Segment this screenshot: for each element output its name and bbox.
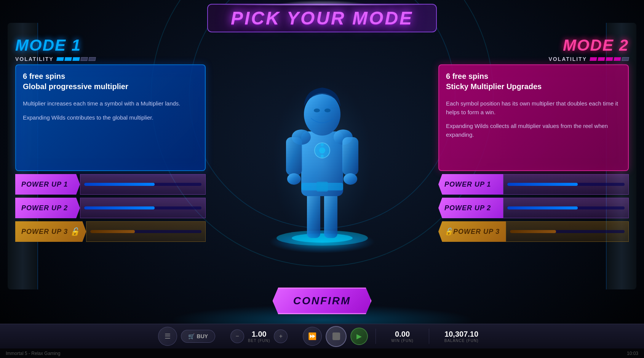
mode-1-power-up-2-btn[interactable]: POWER UP 2 <box>15 198 206 218</box>
mode-1-lock-icon: 🔓 <box>70 227 80 236</box>
mode-1-power-up-3-bar <box>86 221 206 242</box>
mode-2-header: MODE 2 <box>438 36 629 54</box>
vol-bar-m2-3 <box>606 57 613 61</box>
main-content: PICK YOUR MODE MODE 1 VOLATILITY 6 free … <box>0 0 644 333</box>
mode-1-power-up-2-label: POWER UP 2 <box>15 198 80 218</box>
mode-1-power-up-1-btn[interactable]: POWER UP 1 <box>15 174 206 195</box>
balance-section: 10,307.10 BALANCE (FUN) <box>429 324 494 348</box>
toolbar: ☰ 🛒 BUY − 1.00 BET (FUN) + ⏩ ▶ 0.00 <box>0 324 644 348</box>
bet-minus-button[interactable]: − <box>230 329 244 343</box>
mode-2-bar-fill-2 <box>507 206 578 209</box>
mode-1-power-up-2-bar <box>80 198 206 218</box>
mode-1-bar-track-1 <box>84 183 201 186</box>
mode-1-bar-track-2 <box>84 206 201 209</box>
mode-1-bar-fill-1 <box>84 183 155 186</box>
play-button[interactable]: ▶ <box>350 328 368 345</box>
mode-2-power-up-1-bar <box>503 174 629 195</box>
bet-section: − 1.00 BET (FUN) + <box>223 324 295 348</box>
win-display: 0.00 WIN (FUN) <box>384 330 421 343</box>
mode-1-feature-1: 6 free spins <box>23 72 198 81</box>
mode-2-bar-track-2 <box>507 206 625 209</box>
mode-2-bar-fill-3 <box>510 230 556 233</box>
confirm-button-text: CONFIRM <box>293 295 351 307</box>
mode-2-power-up-2-bar <box>503 198 629 218</box>
vol-bar-m2-2 <box>598 57 605 61</box>
mode-1-title: MODE 1 <box>15 36 81 54</box>
stop-button[interactable] <box>326 326 347 347</box>
mode-2-feature-1: 6 free spins <box>446 72 621 81</box>
vol-bar-2 <box>64 57 72 61</box>
mode-1-power-up-3-btn[interactable]: POWER UP 3 🔓 <box>15 221 206 242</box>
mode-2-volatility-row: VOLATILITY <box>438 56 629 62</box>
mode-2-bar-track-1 <box>507 183 625 186</box>
mode-2-feature-2: Sticky Multiplier Upgrades <box>446 82 621 91</box>
balance-value: 10,307.10 <box>444 330 479 339</box>
mode-2-card[interactable]: MODE 2 VOLATILITY 6 free spins Sticky Mu… <box>438 36 629 245</box>
cart-icon: 🛒 <box>188 333 195 339</box>
confirm-button[interactable]: CONFIRM <box>273 288 372 314</box>
mode-1-bar-track-3 <box>90 230 201 233</box>
vol-bar-4 <box>80 57 88 61</box>
vol-bar-5 <box>88 57 96 61</box>
mode-1-volatility-label: VOLATILITY <box>15 56 54 62</box>
mode-1-feature-2: Global progressive multiplier <box>23 82 198 91</box>
mode-1-card[interactable]: MODE 1 VOLATILITY 6 free spins Global pr… <box>15 36 206 245</box>
balance-display: 10,307.10 BALANCE (FUN) <box>437 330 486 343</box>
win-section: 0.00 WIN (FUN) <box>376 324 428 348</box>
cards-area: MODE 1 VOLATILITY 6 free spins Global pr… <box>0 32 644 333</box>
mode-1-power-up-1-label: POWER UP 1 <box>15 174 80 195</box>
mode-1-bar-fill-3 <box>90 230 135 233</box>
balance-label: BALANCE (FUN) <box>444 339 479 343</box>
mode-1-power-up-3-label: POWER UP 3 🔓 <box>15 221 86 242</box>
mode-1-bar-fill-2 <box>84 206 155 209</box>
mode-2-power-up-2-label: POWER UP 2 <box>438 198 503 218</box>
vol-bar-3 <box>72 57 80 61</box>
bet-amount: 1.00 <box>248 330 270 339</box>
vol-bar-m2-1 <box>590 57 597 61</box>
mode-2-lock-icon: 🔓 <box>444 227 453 236</box>
vol-bar-m2-4 <box>614 57 621 61</box>
mode-2-power-up-3-label: 🔓 POWER UP 3 <box>438 221 506 242</box>
stop-icon <box>332 332 340 340</box>
bet-value-display: 1.00 BET (FUN) <box>248 330 270 343</box>
win-value: 0.00 <box>391 330 413 339</box>
page-title: PICK YOUR MODE <box>231 8 413 29</box>
mode-2-power-up-3-btn[interactable]: 🔓 POWER UP 3 <box>438 221 629 242</box>
bet-plus-button[interactable]: + <box>274 329 288 343</box>
mode-2-desc-box: 6 free spins Sticky Multiplier Upgrades … <box>438 64 629 171</box>
mode-2-bar-track-3 <box>510 230 625 233</box>
hero-svg <box>265 48 379 246</box>
mode-2-title: MODE 2 <box>563 36 629 54</box>
play-icon: ▶ <box>356 332 362 340</box>
mode-2-detail-2: Expanding Wilds collects all multiplier … <box>446 122 621 139</box>
mode-2-detail-1: Each symbol position has its own multipl… <box>446 99 621 117</box>
clock: 10:03 <box>627 351 638 356</box>
mode-1-power-up-1-bar <box>80 174 206 195</box>
mode-1-detail-2: Expanding Wilds contributes to the globa… <box>23 113 198 122</box>
title-box: PICK YOUR MODE <box>207 4 437 32</box>
buy-button[interactable]: 🛒 BUY <box>181 330 216 343</box>
mode-2-power-up-1-label: POWER UP 1 <box>438 174 503 195</box>
mode-1-volatility-bars <box>57 57 96 61</box>
fast-forward-button[interactable]: ⏩ <box>303 327 322 346</box>
win-label: WIN (FUN) <box>391 339 413 343</box>
mode-2-power-up-2-btn[interactable]: POWER UP 2 <box>438 198 629 218</box>
status-bar: Immortal 5 - Relax Gaming 10:03 <box>0 348 644 358</box>
center-character-area: CONFIRM <box>223 32 421 333</box>
bet-label: BET (FUN) <box>248 339 270 343</box>
fast-forward-icon: ⏩ <box>308 332 316 340</box>
mode-1-header: MODE 1 <box>15 36 206 54</box>
mode-2-power-up-3-bar <box>506 221 629 242</box>
svg-point-22 <box>273 78 372 246</box>
mode-1-detail-1: Multiplier increases each time a symbol … <box>23 99 198 108</box>
mode-1-volatility-row: VOLATILITY <box>15 56 206 62</box>
title-container: PICK YOUR MODE <box>207 4 437 32</box>
mode-1-desc-box: 6 free spins Global progressive multipli… <box>15 64 206 171</box>
mode-2-power-up-1-btn[interactable]: POWER UP 1 <box>438 174 629 195</box>
mode-2-volatility-label: VOLATILITY <box>548 56 587 62</box>
vol-bar-1 <box>56 57 64 61</box>
mode-2-volatility-bars <box>590 57 629 61</box>
menu-button[interactable]: ☰ <box>158 327 177 346</box>
vol-bar-m2-5 <box>622 57 629 61</box>
game-name: Immortal 5 - Relax Gaming <box>6 351 60 356</box>
